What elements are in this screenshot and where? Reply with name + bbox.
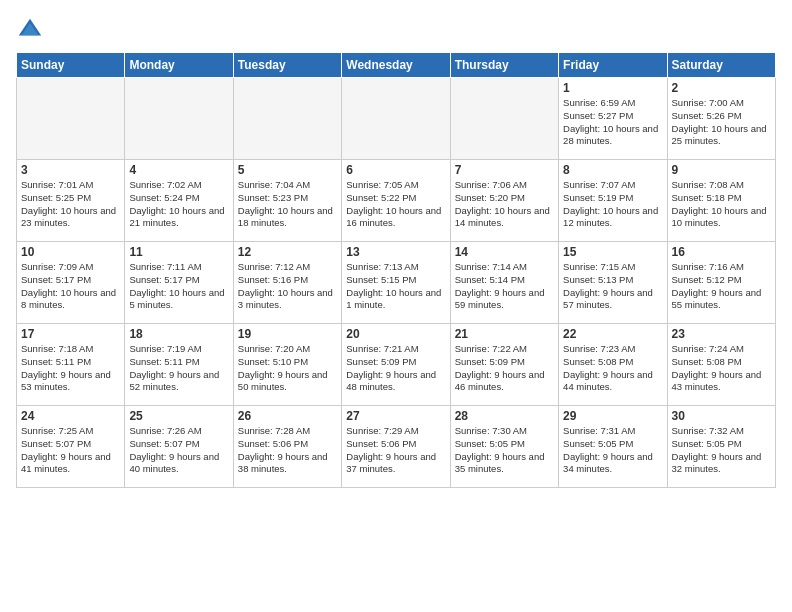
calendar-cell: 22Sunrise: 7:23 AM Sunset: 5:08 PM Dayli… [559,324,667,406]
day-info: Sunrise: 7:22 AM Sunset: 5:09 PM Dayligh… [455,343,554,394]
day-number: 26 [238,409,337,423]
day-info: Sunrise: 7:30 AM Sunset: 5:05 PM Dayligh… [455,425,554,476]
day-number: 18 [129,327,228,341]
day-info: Sunrise: 7:29 AM Sunset: 5:06 PM Dayligh… [346,425,445,476]
day-info: Sunrise: 7:21 AM Sunset: 5:09 PM Dayligh… [346,343,445,394]
calendar-table: SundayMondayTuesdayWednesdayThursdayFrid… [16,52,776,488]
calendar-cell: 6Sunrise: 7:05 AM Sunset: 5:22 PM Daylig… [342,160,450,242]
day-number: 24 [21,409,120,423]
calendar-cell: 28Sunrise: 7:30 AM Sunset: 5:05 PM Dayli… [450,406,558,488]
day-info: Sunrise: 7:18 AM Sunset: 5:11 PM Dayligh… [21,343,120,394]
calendar-cell: 20Sunrise: 7:21 AM Sunset: 5:09 PM Dayli… [342,324,450,406]
calendar-header-thursday: Thursday [450,53,558,78]
calendar-cell: 12Sunrise: 7:12 AM Sunset: 5:16 PM Dayli… [233,242,341,324]
day-number: 19 [238,327,337,341]
day-number: 9 [672,163,771,177]
day-info: Sunrise: 7:08 AM Sunset: 5:18 PM Dayligh… [672,179,771,230]
calendar-cell: 19Sunrise: 7:20 AM Sunset: 5:10 PM Dayli… [233,324,341,406]
calendar-cell [17,78,125,160]
day-number: 20 [346,327,445,341]
day-info: Sunrise: 7:00 AM Sunset: 5:26 PM Dayligh… [672,97,771,148]
calendar-cell: 1Sunrise: 6:59 AM Sunset: 5:27 PM Daylig… [559,78,667,160]
calendar-cell: 15Sunrise: 7:15 AM Sunset: 5:13 PM Dayli… [559,242,667,324]
calendar-cell: 27Sunrise: 7:29 AM Sunset: 5:06 PM Dayli… [342,406,450,488]
day-info: Sunrise: 7:16 AM Sunset: 5:12 PM Dayligh… [672,261,771,312]
day-info: Sunrise: 7:07 AM Sunset: 5:19 PM Dayligh… [563,179,662,230]
day-number: 8 [563,163,662,177]
calendar-cell: 25Sunrise: 7:26 AM Sunset: 5:07 PM Dayli… [125,406,233,488]
calendar-header-row: SundayMondayTuesdayWednesdayThursdayFrid… [17,53,776,78]
calendar-cell: 14Sunrise: 7:14 AM Sunset: 5:14 PM Dayli… [450,242,558,324]
calendar-header-tuesday: Tuesday [233,53,341,78]
day-number: 5 [238,163,337,177]
calendar-cell: 26Sunrise: 7:28 AM Sunset: 5:06 PM Dayli… [233,406,341,488]
day-number: 15 [563,245,662,259]
calendar-cell: 21Sunrise: 7:22 AM Sunset: 5:09 PM Dayli… [450,324,558,406]
day-number: 6 [346,163,445,177]
calendar-cell: 18Sunrise: 7:19 AM Sunset: 5:11 PM Dayli… [125,324,233,406]
calendar-cell: 13Sunrise: 7:13 AM Sunset: 5:15 PM Dayli… [342,242,450,324]
calendar-cell: 30Sunrise: 7:32 AM Sunset: 5:05 PM Dayli… [667,406,775,488]
day-number: 22 [563,327,662,341]
day-info: Sunrise: 7:06 AM Sunset: 5:20 PM Dayligh… [455,179,554,230]
day-number: 17 [21,327,120,341]
calendar-cell [450,78,558,160]
day-number: 4 [129,163,228,177]
day-number: 29 [563,409,662,423]
day-info: Sunrise: 7:31 AM Sunset: 5:05 PM Dayligh… [563,425,662,476]
day-number: 23 [672,327,771,341]
day-info: Sunrise: 7:25 AM Sunset: 5:07 PM Dayligh… [21,425,120,476]
day-info: Sunrise: 7:26 AM Sunset: 5:07 PM Dayligh… [129,425,228,476]
calendar-week-row: 1Sunrise: 6:59 AM Sunset: 5:27 PM Daylig… [17,78,776,160]
calendar-week-row: 24Sunrise: 7:25 AM Sunset: 5:07 PM Dayli… [17,406,776,488]
calendar-cell: 7Sunrise: 7:06 AM Sunset: 5:20 PM Daylig… [450,160,558,242]
calendar-cell [125,78,233,160]
day-number: 3 [21,163,120,177]
logo [16,16,48,44]
page: SundayMondayTuesdayWednesdayThursdayFrid… [0,0,792,612]
day-number: 2 [672,81,771,95]
day-number: 7 [455,163,554,177]
calendar-cell: 23Sunrise: 7:24 AM Sunset: 5:08 PM Dayli… [667,324,775,406]
day-info: Sunrise: 7:14 AM Sunset: 5:14 PM Dayligh… [455,261,554,312]
day-info: Sunrise: 7:04 AM Sunset: 5:23 PM Dayligh… [238,179,337,230]
day-info: Sunrise: 7:15 AM Sunset: 5:13 PM Dayligh… [563,261,662,312]
calendar-cell: 17Sunrise: 7:18 AM Sunset: 5:11 PM Dayli… [17,324,125,406]
calendar-header-friday: Friday [559,53,667,78]
day-number: 16 [672,245,771,259]
day-number: 27 [346,409,445,423]
day-info: Sunrise: 7:32 AM Sunset: 5:05 PM Dayligh… [672,425,771,476]
day-number: 1 [563,81,662,95]
calendar-week-row: 17Sunrise: 7:18 AM Sunset: 5:11 PM Dayli… [17,324,776,406]
day-info: Sunrise: 7:12 AM Sunset: 5:16 PM Dayligh… [238,261,337,312]
day-info: Sunrise: 6:59 AM Sunset: 5:27 PM Dayligh… [563,97,662,148]
calendar-cell [342,78,450,160]
day-info: Sunrise: 7:24 AM Sunset: 5:08 PM Dayligh… [672,343,771,394]
calendar-cell: 24Sunrise: 7:25 AM Sunset: 5:07 PM Dayli… [17,406,125,488]
calendar-cell: 9Sunrise: 7:08 AM Sunset: 5:18 PM Daylig… [667,160,775,242]
logo-icon [16,16,44,44]
day-info: Sunrise: 7:02 AM Sunset: 5:24 PM Dayligh… [129,179,228,230]
calendar-header-monday: Monday [125,53,233,78]
header [16,16,776,44]
calendar-header-sunday: Sunday [17,53,125,78]
day-info: Sunrise: 7:20 AM Sunset: 5:10 PM Dayligh… [238,343,337,394]
calendar-cell: 3Sunrise: 7:01 AM Sunset: 5:25 PM Daylig… [17,160,125,242]
calendar-cell: 5Sunrise: 7:04 AM Sunset: 5:23 PM Daylig… [233,160,341,242]
calendar-cell: 16Sunrise: 7:16 AM Sunset: 5:12 PM Dayli… [667,242,775,324]
day-number: 25 [129,409,228,423]
calendar-cell: 4Sunrise: 7:02 AM Sunset: 5:24 PM Daylig… [125,160,233,242]
calendar-cell: 8Sunrise: 7:07 AM Sunset: 5:19 PM Daylig… [559,160,667,242]
day-number: 13 [346,245,445,259]
day-info: Sunrise: 7:13 AM Sunset: 5:15 PM Dayligh… [346,261,445,312]
day-info: Sunrise: 7:23 AM Sunset: 5:08 PM Dayligh… [563,343,662,394]
day-info: Sunrise: 7:09 AM Sunset: 5:17 PM Dayligh… [21,261,120,312]
day-number: 30 [672,409,771,423]
day-info: Sunrise: 7:28 AM Sunset: 5:06 PM Dayligh… [238,425,337,476]
calendar-header-wednesday: Wednesday [342,53,450,78]
day-number: 11 [129,245,228,259]
day-info: Sunrise: 7:05 AM Sunset: 5:22 PM Dayligh… [346,179,445,230]
day-number: 10 [21,245,120,259]
day-number: 14 [455,245,554,259]
day-info: Sunrise: 7:11 AM Sunset: 5:17 PM Dayligh… [129,261,228,312]
